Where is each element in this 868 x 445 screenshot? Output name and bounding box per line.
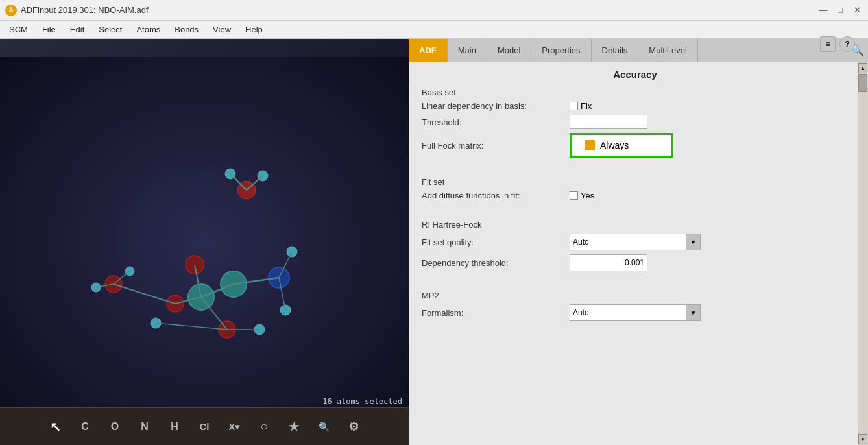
fit-quality-row: Fit set quality: Auto Normal Good VeryGo… — [422, 234, 849, 250]
window-title: ADFinput 2019.301: NBO-AIM.adf — [21, 5, 149, 15]
tab-details[interactable]: Details — [592, 39, 639, 62]
panel-icons: ≡ ? — [820, 36, 855, 52]
menu-bar: SCM File Edit Select Atoms Bonds View He… — [0, 21, 868, 39]
linear-dependency-checkbox[interactable] — [570, 102, 578, 110]
scroll-up-button[interactable]: ▲ — [858, 63, 867, 73]
content-area: Accuracy Basis set Linear dependency in … — [409, 62, 868, 445]
ri-hf-label: RI Hartree-Fock — [422, 220, 849, 230]
full-fock-label: Full Fock matrix: — [422, 141, 564, 150]
full-fock-row: Full Fock matrix: Always — [422, 133, 849, 158]
main-layout: 16 atoms selected ↖ C O N H Cl X▾ ○ ★ 🔍 … — [0, 39, 868, 445]
toolbar-chlorine[interactable]: Cl — [194, 416, 215, 437]
molecule-svg — [0, 39, 409, 445]
molecule-viewer[interactable]: 16 atoms selected ↖ C O N H Cl X▾ ○ ★ 🔍 … — [0, 39, 409, 445]
menu-help[interactable]: Help — [239, 23, 269, 36]
help-icon[interactable]: ? — [839, 36, 855, 52]
menu-edit[interactable]: Edit — [64, 23, 91, 36]
add-diffuse-control: Yes — [570, 191, 594, 200]
scrollbar[interactable]: ▲ ▼ — [858, 62, 868, 445]
fit-set-label: Fit set — [422, 177, 849, 187]
toolbar-nitrogen[interactable]: N — [134, 416, 155, 437]
basis-set-label: Basis set — [422, 88, 849, 97]
add-diffuse-checkbox[interactable] — [570, 191, 578, 200]
toolbar-oxygen[interactable]: O — [104, 416, 125, 437]
dep-threshold-control — [570, 254, 647, 271]
fit-quality-label: Fit set quality: — [422, 237, 564, 247]
menu-bonds[interactable]: Bonds — [168, 23, 205, 36]
fock-icon — [585, 140, 595, 150]
full-fock-button[interactable]: Always — [570, 133, 673, 158]
toolbar-hydrogen[interactable]: H — [164, 416, 185, 437]
maximize-button[interactable]: □ — [834, 5, 846, 16]
menu-select[interactable]: Select — [92, 23, 128, 36]
threshold-row: Threshold: — [422, 115, 849, 129]
toolbar-search[interactable]: 🔍 — [313, 416, 334, 437]
section-title: Accuracy — [422, 69, 849, 80]
fit-quality-dropdown[interactable]: Auto Normal Good VeryGood Excellent — [570, 234, 686, 250]
window-controls[interactable]: — □ ✕ — [817, 5, 863, 16]
tab-multilevel[interactable]: MultiLevel — [638, 39, 698, 62]
close-button[interactable]: ✕ — [851, 5, 863, 16]
threshold-control — [570, 115, 647, 129]
linear-dependency-row: Linear dependency in basis: Fix — [422, 101, 849, 111]
linear-dependency-control: Fix — [570, 101, 592, 111]
menu-scm[interactable]: SCM — [3, 23, 34, 36]
mp2-label: MP2 — [422, 291, 849, 300]
tab-main[interactable]: Main — [448, 39, 487, 62]
toolbar-carbon[interactable]: C — [75, 416, 95, 437]
fit-quality-control: Auto Normal Good VeryGood Excellent ▼ — [570, 234, 701, 250]
dep-threshold-row: Dependency threshold: — [422, 254, 849, 271]
tab-bar: ADF Main Model Properties Details MultiL… — [409, 39, 868, 62]
toolbar-cursor[interactable]: ↖ — [45, 416, 66, 437]
formalism-label: Formalism: — [422, 308, 564, 318]
add-diffuse-label: Add diffuse functions in fit: — [422, 191, 564, 200]
status-text: 16 atoms selected — [322, 397, 402, 406]
formalism-dropdown[interactable]: Auto Conventional RI — [570, 304, 686, 321]
title-bar-left: A ADFinput 2019.301: NBO-AIM.adf — [5, 5, 149, 16]
dep-threshold-input[interactable] — [570, 254, 647, 271]
full-fock-control: Always — [570, 133, 673, 158]
right-panel: ADF Main Model Properties Details MultiL… — [409, 39, 868, 445]
scroll-down-button[interactable]: ▼ — [858, 434, 867, 444]
minimize-button[interactable]: — — [817, 5, 829, 16]
bottom-toolbar: ↖ C O N H Cl X▾ ○ ★ 🔍 ⚙ — [0, 407, 409, 445]
menu-atoms[interactable]: Atoms — [130, 23, 167, 36]
tab-adf[interactable]: ADF — [409, 39, 448, 62]
dep-threshold-label: Dependency threshold: — [422, 258, 564, 268]
add-diffuse-checkbox-label: Yes — [581, 191, 594, 200]
threshold-label: Threshold: — [422, 117, 564, 127]
formalism-control: Auto Conventional RI ▼ — [570, 304, 701, 321]
menu-icon[interactable]: ≡ — [820, 36, 836, 52]
menu-view[interactable]: View — [206, 23, 237, 36]
linear-dependency-checkbox-label: Fix — [581, 101, 592, 111]
app-icon: A — [5, 5, 17, 16]
threshold-input[interactable] — [570, 115, 647, 129]
formalism-dropdown-arrow[interactable]: ▼ — [686, 304, 701, 321]
title-bar: A ADFinput 2019.301: NBO-AIM.adf — □ ✕ — [0, 0, 868, 21]
toolbar-ring[interactable]: ○ — [254, 416, 274, 437]
fit-quality-dropdown-arrow[interactable]: ▼ — [686, 234, 701, 250]
linear-dependency-label: Linear dependency in basis: — [422, 101, 564, 111]
toolbar-settings[interactable]: ⚙ — [343, 416, 364, 437]
svg-rect-0 — [0, 57, 409, 427]
scroll-thumb[interactable] — [858, 74, 867, 92]
status-bar: 16 atoms selected — [322, 397, 402, 406]
add-diffuse-row: Add diffuse functions in fit: Yes — [422, 191, 849, 200]
tab-model[interactable]: Model — [487, 39, 531, 62]
formalism-row: Formalism: Auto Conventional RI ▼ — [422, 304, 849, 321]
tab-properties[interactable]: Properties — [531, 39, 591, 62]
menu-file[interactable]: File — [36, 23, 62, 36]
full-fock-button-label: Always — [600, 140, 629, 150]
toolbar-element-select[interactable]: X▾ — [224, 416, 245, 437]
toolbar-star[interactable]: ★ — [283, 416, 304, 437]
